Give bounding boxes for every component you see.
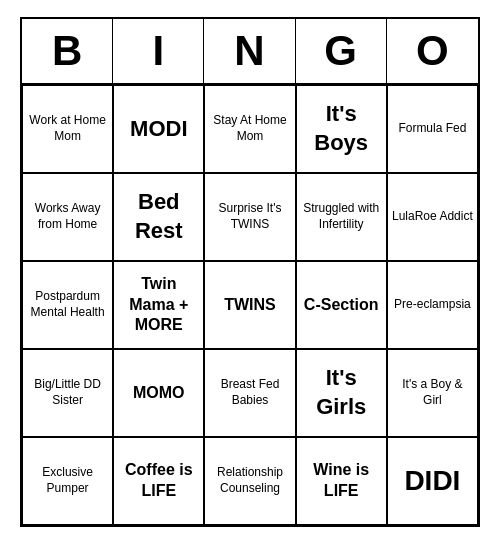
bingo-header: BINGO — [22, 19, 478, 85]
bingo-cell-21: Coffee is LIFE — [113, 437, 204, 525]
bingo-cell-12: TWINS — [204, 261, 295, 349]
bingo-cell-14: Pre-eclampsia — [387, 261, 478, 349]
bingo-cell-9: LulaRoe Addict — [387, 173, 478, 261]
bingo-cell-2: Stay At Home Mom — [204, 85, 295, 173]
bingo-cell-20: Exclusive Pumper — [22, 437, 113, 525]
bingo-card: BINGO Work at Home MomMODIStay At Home M… — [20, 17, 480, 527]
bingo-cell-11: Twin Mama + MORE — [113, 261, 204, 349]
bingo-cell-5: Works Away from Home — [22, 173, 113, 261]
bingo-cell-15: Big/Little DD Sister — [22, 349, 113, 437]
bingo-letter-o: O — [387, 19, 478, 83]
bingo-cell-22: Relationship Counseling — [204, 437, 295, 525]
bingo-cell-1: MODI — [113, 85, 204, 173]
bingo-cell-17: Breast Fed Babies — [204, 349, 295, 437]
bingo-letter-b: B — [22, 19, 113, 83]
bingo-cell-4: Formula Fed — [387, 85, 478, 173]
bingo-cell-18: It's Girls — [296, 349, 387, 437]
bingo-cell-0: Work at Home Mom — [22, 85, 113, 173]
bingo-cell-19: It's a Boy & Girl — [387, 349, 478, 437]
bingo-cell-7: Surprise It's TWINS — [204, 173, 295, 261]
bingo-cell-6: Bed Rest — [113, 173, 204, 261]
bingo-cell-24: DIDI — [387, 437, 478, 525]
bingo-letter-i: I — [113, 19, 204, 83]
bingo-cell-10: Postpardum Mental Health — [22, 261, 113, 349]
bingo-letter-n: N — [204, 19, 295, 83]
bingo-letter-g: G — [296, 19, 387, 83]
bingo-cell-3: It's Boys — [296, 85, 387, 173]
bingo-cell-13: C-Section — [296, 261, 387, 349]
bingo-cell-16: MOMO — [113, 349, 204, 437]
bingo-cell-23: Wine is LIFE — [296, 437, 387, 525]
bingo-grid: Work at Home MomMODIStay At Home MomIt's… — [22, 85, 478, 525]
bingo-cell-8: Struggled with Infertility — [296, 173, 387, 261]
